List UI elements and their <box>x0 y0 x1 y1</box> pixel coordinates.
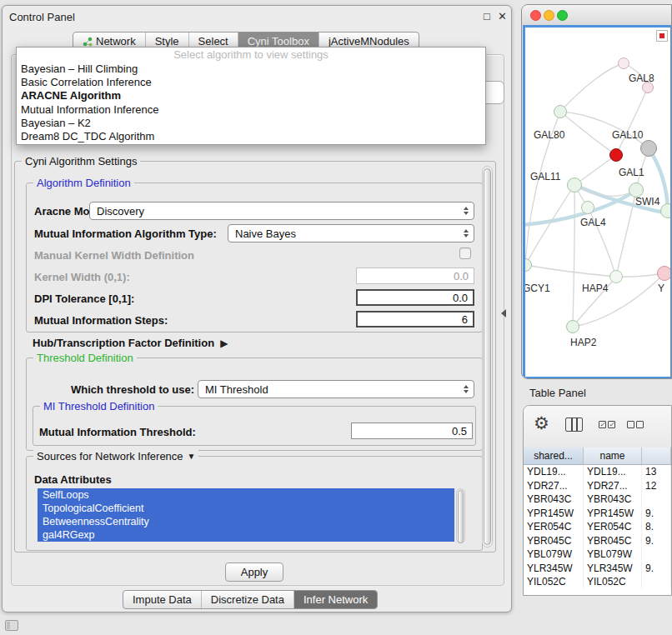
algorithm-list: Bayesian – Hill ClimbingBasic Correlatio… <box>17 62 485 143</box>
node-label-gal4: GAL4 <box>580 217 606 228</box>
aracne-mode-select[interactable]: Discovery <box>89 202 474 220</box>
column-header-col2[interactable] <box>642 448 671 465</box>
mi-threshold-label: Mutual Information Threshold: <box>39 426 196 438</box>
tab-discretize-data[interactable]: Discretize Data <box>201 591 293 608</box>
settings-scrollbar[interactable] <box>482 166 493 548</box>
network-node[interactable] <box>660 203 672 218</box>
close-window-icon[interactable]: ✕ <box>498 10 507 22</box>
select-all-icon[interactable]: ✓✓ <box>599 421 615 428</box>
mi-type-select[interactable]: Naive Bayes <box>228 224 474 242</box>
network-node[interactable] <box>567 178 582 192</box>
splitpane-handle-icon[interactable] <box>501 309 506 318</box>
columns-icon[interactable] <box>565 418 583 432</box>
algorithm-option-aracne-algorithm[interactable]: ARACNE Algorithm <box>17 89 485 102</box>
attribute-item-gal4rgexp[interactable]: gal4RGexp <box>38 528 454 542</box>
network-node[interactable] <box>618 58 629 69</box>
table-panel-window: ⚙ ✓✓ shared...name YDL19...YDL19...13YDR… <box>523 405 672 596</box>
which-threshold-select[interactable]: MI Threshold <box>198 380 474 398</box>
attribute-item-topologicalcoefficient[interactable]: TopologicalCoefficient <box>38 502 454 515</box>
which-threshold-value: MI Threshold <box>205 383 268 396</box>
scrollbar-thumb[interactable] <box>458 490 464 543</box>
table-cell: 12 <box>642 479 671 493</box>
settings-gear-icon[interactable]: ⚙ <box>534 413 549 433</box>
node-label-hap2: HAP2 <box>570 337 596 348</box>
minimized-panel-icon[interactable] <box>5 620 18 631</box>
mi-steps-value: 6 <box>462 313 468 326</box>
table-row[interactable]: YIL052CYIL052C <box>524 575 671 589</box>
collapsed-arrow-icon: ▶ <box>220 338 228 349</box>
table-cell: YBR045C <box>584 534 642 548</box>
apply-button[interactable]: Apply <box>225 562 283 582</box>
network-titlebar <box>522 5 672 25</box>
algorithm-option-bayesian-hill-climbing[interactable]: Bayesian – Hill Climbing <box>17 62 485 76</box>
table-header: shared...name <box>524 448 671 465</box>
combo-arrows-icon <box>460 229 471 238</box>
table-cell: YLR345W <box>524 562 584 576</box>
hub-definition-section[interactable]: Hub/Transcription Factor Definition ▶ <box>33 337 228 349</box>
table-row[interactable]: YDL19...YDL19...13 <box>524 465 671 479</box>
table-panel-title: Table Panel <box>529 387 586 399</box>
tab-infer-network[interactable]: Infer Network <box>293 591 377 608</box>
mi-steps-input[interactable]: 6 <box>356 311 474 328</box>
table-row[interactable]: YBL079WYBL079W <box>524 548 671 562</box>
dpi-tolerance-label: DPI Tolerance [0,1]: <box>34 292 134 305</box>
network-node[interactable] <box>554 105 567 118</box>
birdseye-marker-icon <box>659 33 664 38</box>
table-row[interactable]: YDR27...YDR27...12 <box>524 479 671 493</box>
tab-impute-data[interactable]: Impute Data <box>123 591 201 608</box>
network-tab-icon <box>83 37 93 47</box>
attributes-list-scrollbar[interactable] <box>456 488 465 543</box>
mi-threshold-input[interactable]: 0.5 <box>351 422 473 439</box>
table-cell: YBL079W <box>584 548 642 562</box>
table-row[interactable]: YPR145WYPR145W9. <box>524 507 671 521</box>
mi-threshold-value: 0.5 <box>452 425 467 438</box>
algorithm-option-bayesian-k2[interactable]: Bayesian – K2 <box>17 117 485 130</box>
scrollbar-thumb[interactable] <box>484 168 491 545</box>
kernel-width-input[interactable]: 0.0 <box>356 268 474 284</box>
float-window-icon[interactable]: □ <box>484 10 490 22</box>
mi-type-value: Naive Bayes <box>235 228 296 240</box>
node-label-gal10: GAL10 <box>612 129 643 141</box>
table-cell <box>642 548 671 562</box>
attribute-item-betweennesscentrality[interactable]: BetweennessCentrality <box>38 515 454 528</box>
manual-kernel-checkbox[interactable] <box>459 248 471 259</box>
table-row[interactable]: YER054CYER054C8. <box>524 520 671 534</box>
minimize-traffic-icon[interactable] <box>544 10 554 21</box>
zoom-traffic-icon[interactable] <box>557 10 568 21</box>
mi-threshold-group-title: MI Threshold Definition <box>43 400 154 412</box>
network-canvas[interactable]: GAL8GAL80GAL10GAL1GAL11SWI4GAL4GCY1HAP4Y… <box>523 25 672 379</box>
table-cell: 9. <box>642 562 671 576</box>
combo-arrows-icon <box>460 207 471 215</box>
attribute-item-selfloops[interactable]: SelfLoops <box>38 488 454 502</box>
network-node[interactable] <box>609 148 623 162</box>
network-view-window: GAL8GAL80GAL10GAL1GAL11SWI4GAL4GCY1HAP4Y… <box>521 4 672 379</box>
algorithm-option-basic-correlation-inference[interactable]: Basic Correlation Inference <box>17 76 485 89</box>
network-node[interactable] <box>581 201 594 214</box>
close-traffic-icon[interactable] <box>530 10 541 21</box>
table-row[interactable]: YBR045CYBR045C9. <box>524 534 671 548</box>
tab-label: Cyni Toolbox <box>248 35 309 48</box>
combo-arrows-icon <box>460 385 471 393</box>
algorithm-option-dream8-dc-tdc-algorithm[interactable]: Dream8 DC_TDC Algorithm <box>17 130 485 143</box>
table-cell: 8. <box>642 520 671 534</box>
node-label-hap4: HAP4 <box>582 282 608 294</box>
table-cell <box>642 492 671 507</box>
tab-label: Infer Network <box>303 593 368 606</box>
algorithm-option-mutual-information-inference[interactable]: Mutual Information Inference <box>17 103 485 117</box>
column-header-shared[interactable]: shared... <box>524 448 584 465</box>
algorithm-definition-title: Algorithm Definition <box>37 177 131 189</box>
deselect-all-icon[interactable] <box>627 421 644 428</box>
birdseye-button[interactable] <box>656 30 668 42</box>
table-cell: YBL079W <box>524 548 584 562</box>
network-node[interactable] <box>566 320 579 333</box>
table-row[interactable]: YBR043CYBR043C <box>524 492 671 507</box>
table-cell: YBR043C <box>524 492 584 507</box>
table-row[interactable]: YLR345WYLR345W9. <box>524 562 671 576</box>
table-cell: 9. <box>642 534 671 548</box>
network-node[interactable] <box>640 140 657 157</box>
dpi-tolerance-input[interactable]: 0.0 <box>356 289 474 306</box>
network-node[interactable] <box>657 266 672 281</box>
network-node[interactable] <box>609 270 623 283</box>
column-header-name[interactable]: name <box>584 448 642 465</box>
table-cell: YBR045C <box>524 534 584 548</box>
